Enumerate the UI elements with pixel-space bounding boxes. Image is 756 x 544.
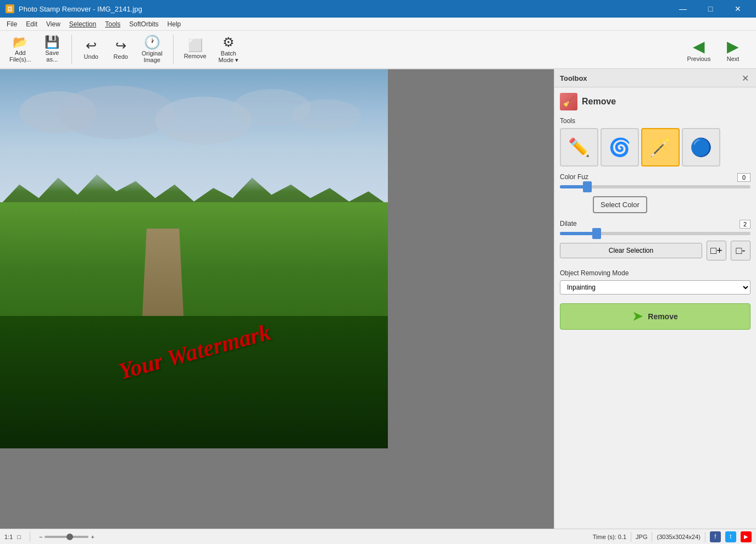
close-button[interactable]: ✕ <box>725 0 751 18</box>
batch-mode-label: BatchMode ▾ <box>219 50 239 64</box>
color-fuz-label: Color Fuz <box>560 173 751 181</box>
clear-selection-button[interactable]: Clear Selection <box>560 243 702 258</box>
undo-label: Undo <box>84 53 98 60</box>
remove-label: Remove <box>184 53 207 59</box>
twitter-icon[interactable]: t <box>725 531 736 542</box>
selection-add-icon-button[interactable]: □+ <box>707 241 726 260</box>
toolbox-panel: Toolbox ✕ 🧹 Remove Tools ✏️ 🌀 🪄 🔵 <box>554 69 756 529</box>
batch-mode-button[interactable]: ⚙ BatchMode ▾ <box>214 34 244 65</box>
color-fuz-thumb[interactable] <box>583 181 592 192</box>
format-label: JPG <box>636 534 647 540</box>
redo-label: Redo <box>114 53 128 60</box>
youtube-icon[interactable]: ▶ <box>741 531 752 542</box>
menu-edit[interactable]: Edit <box>21 19 42 29</box>
mode-section-label: Object Removing Mode <box>560 269 751 277</box>
clouds-layer <box>0 81 388 187</box>
status-right: Time (s): 0.1 JPG (3035x3024x24) f t ▶ <box>593 531 752 542</box>
separator-status-1 <box>30 532 30 542</box>
select-color-tooltip: Select Color <box>593 196 647 213</box>
menu-help[interactable]: Help <box>163 19 186 29</box>
add-files-button[interactable]: 📂 AddFile(s)... <box>4 34 36 65</box>
pencil-tool-button[interactable]: ✏️ <box>560 128 598 166</box>
dilate-thumb[interactable] <box>592 228 601 239</box>
menu-selection[interactable]: Selection <box>65 19 101 29</box>
toolbox-header: Toolbox ✕ <box>554 69 756 87</box>
undo-icon: ↩ <box>86 39 97 52</box>
save-icon: 💾 <box>45 36 59 48</box>
dilate-value[interactable]: 2 <box>740 220 751 229</box>
separator-1 <box>71 35 72 64</box>
next-label: Next <box>727 55 740 62</box>
dimensions-label: (3035x3024x24) <box>657 534 701 540</box>
zoom-slider-area[interactable]: − + <box>39 534 94 540</box>
status-bar: 1:1 □ − + Time (s): 0.1 JPG (3035x3024x2… <box>0 529 756 544</box>
stamp-tool-button[interactable]: 🔵 <box>682 128 720 166</box>
magic-wand-tool-button[interactable]: 🪄 <box>641 128 680 166</box>
color-fuz-track <box>560 185 751 188</box>
maximize-button[interactable]: □ <box>698 0 723 18</box>
save-as-button[interactable]: 💾 Saveas... <box>38 34 66 65</box>
original-image-button[interactable]: 🕐 OriginalImage <box>137 34 168 65</box>
next-arrow-icon: ▶ <box>727 37 739 55</box>
remove-title: Remove <box>582 97 616 107</box>
image-canvas[interactable]: Your Watermark <box>0 69 388 448</box>
tools-row: ✏️ 🌀 🪄 🔵 <box>560 128 751 166</box>
undo-button[interactable]: ↩ Undo <box>77 34 105 65</box>
zoom-control[interactable]: 1:1 □ <box>4 534 21 540</box>
previous-button[interactable]: ◀ Previous <box>682 32 715 66</box>
menu-file[interactable]: File <box>2 19 21 29</box>
dilate-slider-container: 2 <box>560 232 751 235</box>
zoom-slider-thumb[interactable] <box>66 534 73 540</box>
color-fuz-value[interactable]: 0 <box>737 173 751 182</box>
selection-remove-icon-button[interactable]: □- <box>731 241 751 260</box>
color-fuz-slider-row: Color Fuz 0 <box>560 173 751 188</box>
landscape-image: Your Watermark <box>0 69 388 448</box>
zoom-minus-icon[interactable]: − <box>39 534 42 540</box>
remove-header: 🧹 Remove <box>560 93 751 110</box>
add-files-icon: 📂 <box>13 36 27 48</box>
mode-section: Object Removing Mode Inpainting Smart Fi… <box>560 269 751 303</box>
remove-action-button[interactable]: ➤ Remove <box>560 303 751 330</box>
remove-arrow-icon: ➤ <box>632 309 642 324</box>
separator-status-3 <box>652 532 652 542</box>
title-bar: 🖼 Photo Stamp Remover - IMG_2141.jpg — □… <box>0 0 756 18</box>
main-area: Your Watermark Toolbox ✕ 🧹 Remove Tools … <box>0 69 756 529</box>
zoom-label: 1:1 <box>4 534 13 540</box>
zoom-plus-icon[interactable]: + <box>91 534 94 540</box>
previous-arrow-icon: ◀ <box>693 37 705 55</box>
menu-view[interactable]: View <box>42 19 65 29</box>
original-image-icon: 🕐 <box>144 36 160 49</box>
mode-select[interactable]: Inpainting Smart Fill Smear <box>560 280 751 295</box>
remove-button[interactable]: ⬜ Remove <box>179 34 212 65</box>
fuzzy-select-tool-button[interactable]: 🌀 <box>601 128 639 166</box>
remove-icon: ⬜ <box>188 40 203 52</box>
remove-eraser-icon: 🧹 <box>560 93 577 110</box>
dilate-label: Dilate <box>560 220 751 227</box>
batch-icon: ⚙ <box>223 36 235 49</box>
next-button[interactable]: ▶ Next <box>716 32 749 66</box>
zoom-fit-button[interactable]: □ <box>17 534 21 540</box>
save-as-label: Saveas... <box>45 49 59 63</box>
remove-action-label: Remove <box>648 312 677 321</box>
time-label: Time (s): 0.1 <box>593 534 626 540</box>
title-bar-left: 🖼 Photo Stamp Remover - IMG_2141.jpg <box>5 4 142 13</box>
canvas-area[interactable]: Your Watermark <box>0 69 554 529</box>
toolbar: 📂 AddFile(s)... 💾 Saveas... ↩ Undo ↪ Red… <box>0 31 756 69</box>
color-fuz-slider-container: 0 <box>560 185 751 188</box>
minimize-button[interactable]: — <box>670 0 696 18</box>
previous-label: Previous <box>687 55 711 62</box>
toolbox-close-button[interactable]: ✕ <box>740 73 751 84</box>
window-title: Photo Stamp Remover - IMG_2141.jpg <box>19 5 142 13</box>
facebook-icon[interactable]: f <box>710 531 721 542</box>
toolbox-content: 🧹 Remove Tools ✏️ 🌀 🪄 🔵 Color Fuz <box>554 87 756 529</box>
menu-softorbits[interactable]: SoftOrbits <box>125 19 163 29</box>
menu-bar: File Edit View Selection Tools SoftOrbit… <box>0 18 756 31</box>
separator-status-2 <box>631 532 631 542</box>
title-bar-controls: — □ ✕ <box>670 0 751 18</box>
redo-button[interactable]: ↪ Redo <box>107 34 135 65</box>
dilate-track <box>560 232 751 235</box>
menu-tools[interactable]: Tools <box>101 19 125 29</box>
app-icon: 🖼 <box>5 4 14 13</box>
zoom-slider[interactable] <box>45 536 88 538</box>
separator-2 <box>173 35 174 64</box>
